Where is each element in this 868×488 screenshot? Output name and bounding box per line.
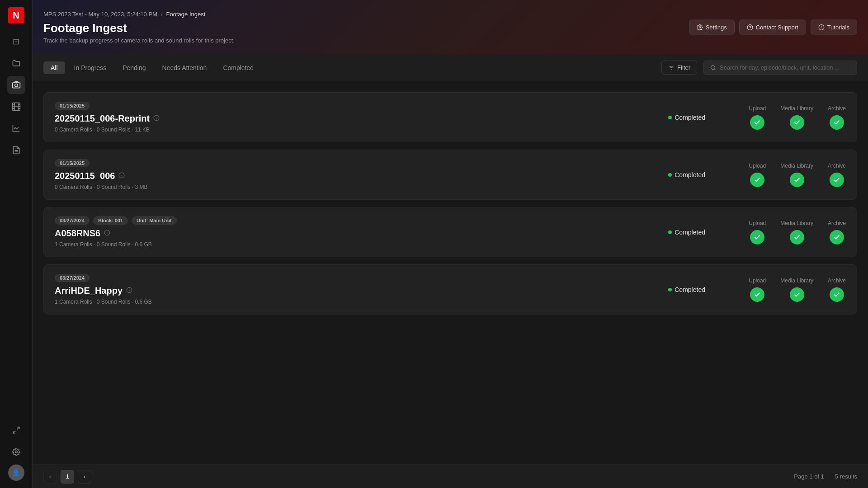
stage-check-icon — [830, 230, 844, 244]
sidebar-icon-report[interactable] — [7, 141, 25, 159]
main-content: MPS 2023 Test - May 10, 2023, 5:24:10 PM… — [33, 0, 868, 488]
contact-support-label: Contact Support — [756, 24, 798, 31]
stage-check-icon — [830, 173, 844, 187]
tab-all[interactable]: All — [43, 61, 65, 74]
card-tag: 01/15/2025 — [55, 159, 90, 167]
card-name[interactable]: 20250115_006-Reprint — [55, 113, 668, 124]
stage-label: Media Library — [780, 163, 813, 169]
tutorials-label: Tutorials — [827, 24, 849, 31]
settings-btn-label: Settings — [706, 24, 727, 31]
card-name[interactable]: A058RNS6 — [55, 228, 668, 239]
filter-button[interactable]: Filter — [661, 61, 697, 75]
stage: Archive — [828, 220, 846, 244]
info-icon[interactable] — [104, 230, 110, 237]
tutorials-button[interactable]: Tutorials — [811, 20, 857, 35]
card-info: 03/27/2024 ArriHDE_Happy 1 Camera Rolls … — [55, 274, 668, 305]
stage: Media Library — [780, 220, 813, 244]
stage-check-icon — [790, 230, 804, 244]
card-stages: Upload Media Library Archive — [749, 277, 846, 302]
settings-button[interactable]: Settings — [689, 20, 735, 35]
contact-support-button[interactable]: Contact Support — [739, 20, 806, 35]
card-name[interactable]: ArriHDE_Happy — [55, 286, 668, 296]
status-text: Completed — [675, 114, 705, 121]
ingest-card: 03/27/2024Block: 001Unit: Main Unit A058… — [43, 207, 857, 257]
stage-label: Archive — [828, 220, 846, 226]
tab-needs-attention[interactable]: Needs Attention — [155, 61, 214, 74]
stage-check-icon — [830, 287, 844, 302]
card-status: Completed — [668, 114, 727, 121]
settings-icon[interactable] — [7, 443, 25, 461]
sidebar-icon-folder[interactable] — [7, 54, 25, 72]
stage-label: Upload — [749, 163, 766, 169]
stage: Archive — [828, 163, 846, 187]
stage: Upload — [749, 277, 766, 302]
stage-label: Upload — [749, 105, 766, 112]
topbar-actions: Settings Contact Support Tutorials — [689, 20, 857, 35]
breadcrumb-current: Footage Ingest — [166, 11, 206, 18]
stage-label: Upload — [749, 220, 766, 226]
search-icon — [710, 65, 716, 71]
status-dot — [668, 230, 672, 234]
stage: Media Library — [780, 163, 813, 187]
page-1-button[interactable]: 1 — [61, 470, 74, 483]
card-stages: Upload Media Library Archive — [749, 220, 846, 244]
stage-label: Archive — [828, 277, 846, 284]
sidebar-icon-expand[interactable] — [7, 421, 25, 439]
next-page-button[interactable]: › — [78, 470, 91, 483]
stage-check-icon — [750, 287, 764, 302]
card-meta: 1 Camera Rolls · 0 Sound Rolls · 0.6 GB — [55, 241, 668, 248]
breadcrumb-project[interactable]: MPS 2023 Test - May 10, 2023, 5:24:10 PM — [43, 11, 157, 18]
sidebar-icon-film[interactable] — [7, 98, 25, 116]
filter-label: Filter — [677, 64, 690, 71]
sidebar-icon-chart[interactable] — [7, 119, 25, 137]
stage: Upload — [749, 220, 766, 244]
info-icon[interactable] — [118, 172, 125, 180]
svg-point-3 — [15, 451, 17, 453]
status-dot — [668, 173, 672, 177]
card-meta: 1 Camera Rolls · 0 Sound Rolls · 0.6 GB — [55, 299, 668, 305]
content-area: 01/15/2025 20250115_006-Reprint 0 Camera… — [33, 81, 868, 465]
breadcrumb-separator: / — [161, 11, 163, 18]
status-text: Completed — [675, 229, 705, 236]
card-name[interactable]: 20250115_006 — [55, 171, 668, 181]
tab-in-progress[interactable]: In Progress — [67, 61, 114, 74]
footer: ‹ 1 › Page 1 of 1 5 results — [33, 465, 868, 488]
svg-point-12 — [711, 66, 715, 70]
info-icon[interactable] — [153, 115, 160, 122]
results-count: 5 results — [835, 473, 857, 480]
card-info: 03/27/2024Block: 001Unit: Main Unit A058… — [55, 216, 668, 248]
card-tag: 01/15/2025 — [55, 102, 90, 110]
svg-line-13 — [714, 69, 715, 70]
search-input[interactable] — [720, 64, 850, 71]
status-dot — [668, 116, 672, 119]
sidebar-icon-camera[interactable] — [7, 76, 25, 94]
card-info: 01/15/2025 20250115_006-Reprint 0 Camera… — [55, 102, 668, 133]
stage: Upload — [749, 163, 766, 187]
tab-completed[interactable]: Completed — [216, 61, 261, 74]
stage: Media Library — [780, 105, 813, 130]
pagination: ‹ 1 › — [43, 470, 91, 483]
info-icon[interactable] — [126, 287, 132, 295]
stage: Upload — [749, 105, 766, 130]
status-dot — [668, 288, 672, 291]
stage: Archive — [828, 105, 846, 130]
prev-page-button[interactable]: ‹ — [43, 470, 57, 483]
user-avatar[interactable]: 👤 — [8, 465, 24, 481]
card-stages: Upload Media Library Archive — [749, 163, 846, 187]
card-info: 01/15/2025 20250115_006 0 Camera Rolls ·… — [55, 159, 668, 190]
card-status: Completed — [668, 229, 727, 236]
page-info: Page 1 of 1 — [794, 473, 824, 480]
stage-check-icon — [750, 230, 764, 244]
tab-pending[interactable]: Pending — [115, 61, 153, 74]
card-tag: Unit: Main Unit — [132, 216, 177, 225]
stage-check-icon — [750, 173, 764, 187]
page-subtitle: Track the backup progress of camera roll… — [43, 37, 857, 44]
netflix-logo[interactable]: N — [8, 7, 24, 23]
topbar: MPS 2023 Test - May 10, 2023, 5:24:10 PM… — [33, 0, 868, 54]
ingest-card: 01/15/2025 20250115_006 0 Camera Rolls ·… — [43, 150, 857, 200]
stage-check-icon — [790, 115, 804, 130]
sidebar-icon-monitor[interactable]: ⊡ — [7, 33, 25, 51]
settings-btn-icon — [697, 24, 703, 30]
stage-label: Archive — [828, 163, 846, 169]
contact-support-icon — [747, 24, 753, 30]
